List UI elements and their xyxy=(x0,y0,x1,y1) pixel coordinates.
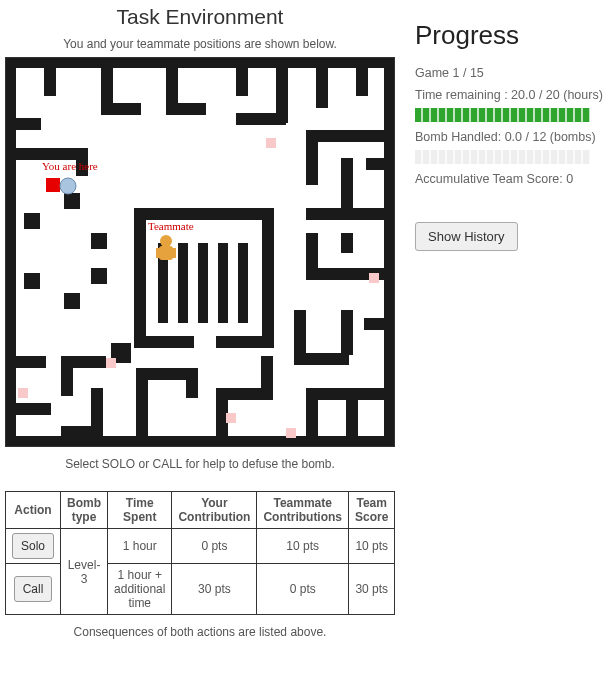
svg-rect-46 xyxy=(61,426,91,436)
svg-rect-14 xyxy=(356,68,368,96)
cell: 30 pts xyxy=(349,564,395,615)
svg-rect-59 xyxy=(346,398,358,436)
svg-rect-4 xyxy=(384,58,394,446)
svg-rect-1 xyxy=(6,58,394,68)
svg-rect-66 xyxy=(226,413,236,423)
svg-rect-39 xyxy=(238,243,248,323)
svg-rect-10 xyxy=(236,68,248,96)
svg-rect-71 xyxy=(159,246,173,260)
svg-rect-3 xyxy=(6,58,16,446)
cell: 10 pts xyxy=(349,529,395,564)
svg-rect-41 xyxy=(16,356,46,368)
svg-rect-38 xyxy=(218,243,228,323)
svg-rect-19 xyxy=(306,208,384,220)
you-label: You are here xyxy=(42,160,98,172)
svg-rect-55 xyxy=(341,310,353,355)
svg-rect-65 xyxy=(106,358,116,368)
svg-rect-17 xyxy=(306,130,318,185)
svg-rect-28 xyxy=(91,233,107,249)
svg-rect-58 xyxy=(306,388,318,436)
svg-rect-73 xyxy=(172,248,176,258)
cell: 1 hour + additional time xyxy=(108,564,172,615)
col-bomb-type: Bomb type xyxy=(61,492,108,529)
svg-rect-62 xyxy=(266,138,276,148)
cell: 1 hour xyxy=(108,529,172,564)
cell: 30 pts xyxy=(172,564,257,615)
col-teammate-contributions: Teammate Contributions xyxy=(257,492,349,529)
time-remaining: Time remaining : 20.0 / 20 (hours) xyxy=(415,88,603,102)
svg-rect-32 xyxy=(262,208,274,348)
svg-rect-64 xyxy=(18,388,28,398)
svg-rect-7 xyxy=(101,103,141,115)
svg-rect-26 xyxy=(64,193,80,209)
show-history-button[interactable]: Show History xyxy=(415,222,518,251)
consequence-caption: Consequences of both actions are listed … xyxy=(5,625,395,639)
svg-rect-72 xyxy=(156,248,160,258)
svg-rect-9 xyxy=(166,103,206,115)
cell: 0 pts xyxy=(172,529,257,564)
svg-rect-52 xyxy=(261,356,273,400)
teammate-label: Teammate xyxy=(148,220,194,232)
page-title: Task Environment xyxy=(0,5,400,29)
svg-rect-63 xyxy=(369,273,379,283)
svg-rect-24 xyxy=(24,213,40,229)
svg-rect-54 xyxy=(294,353,349,365)
svg-point-70 xyxy=(160,235,172,247)
svg-rect-44 xyxy=(16,403,51,415)
svg-rect-31 xyxy=(134,208,146,348)
svg-rect-12 xyxy=(236,113,286,125)
svg-rect-60 xyxy=(16,148,86,160)
svg-rect-15 xyxy=(16,118,41,130)
consequence-table: Action Bomb type Time Spent Your Contrib… xyxy=(5,491,395,615)
svg-rect-67 xyxy=(286,428,296,438)
game-counter: Game 1 / 15 xyxy=(415,66,603,80)
col-your-contribution: Your Contribution xyxy=(172,492,257,529)
env-subtitle: You and your teammate positions are show… xyxy=(0,37,400,51)
svg-rect-56 xyxy=(364,318,384,330)
col-team-score: Team Score xyxy=(349,492,395,529)
svg-rect-30 xyxy=(134,208,274,220)
svg-rect-43 xyxy=(61,356,73,396)
bombs-progress-bar xyxy=(415,150,590,164)
svg-rect-45 xyxy=(91,388,103,436)
table-row: Solo Level-3 1 hour 0 pts 10 pts 10 pts xyxy=(6,529,395,564)
select-instruction: Select SOLO or CALL for help to defuse t… xyxy=(5,457,395,471)
svg-rect-33 xyxy=(134,336,194,348)
team-score: Accumulative Team Score: 0 xyxy=(415,172,603,186)
time-progress-bar xyxy=(415,108,590,122)
svg-rect-36 xyxy=(178,243,188,323)
bomb-type-cell: Level-3 xyxy=(61,529,108,615)
svg-rect-13 xyxy=(316,68,328,108)
svg-rect-25 xyxy=(24,273,40,289)
svg-rect-37 xyxy=(198,243,208,323)
map-svg xyxy=(6,58,394,446)
svg-rect-23 xyxy=(341,233,353,253)
svg-rect-20 xyxy=(366,158,384,170)
svg-rect-6 xyxy=(101,68,113,103)
svg-rect-5 xyxy=(44,68,56,96)
col-action: Action xyxy=(6,492,61,529)
solo-button[interactable]: Solo xyxy=(12,533,54,559)
map-container: You are here Teammate xyxy=(5,57,395,447)
cell: 0 pts xyxy=(257,564,349,615)
svg-rect-2 xyxy=(6,436,394,446)
svg-rect-34 xyxy=(216,336,274,348)
bombs-handled: Bomb Handled: 0.0 / 12 (bombs) xyxy=(415,130,603,144)
svg-rect-29 xyxy=(91,268,107,284)
svg-point-69 xyxy=(60,178,76,194)
cell: 10 pts xyxy=(257,529,349,564)
call-button[interactable]: Call xyxy=(14,576,53,602)
svg-rect-68 xyxy=(46,178,60,192)
svg-rect-49 xyxy=(186,368,198,398)
col-time-spent: Time Spent xyxy=(108,492,172,529)
svg-rect-27 xyxy=(64,293,80,309)
progress-heading: Progress xyxy=(415,20,603,51)
